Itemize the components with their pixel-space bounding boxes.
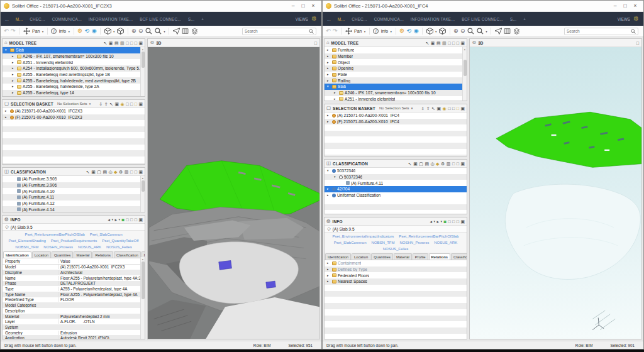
model-tree-row[interactable]: ▸ A255 - Banebelegg, type 1A (3, 90, 145, 96)
property-row[interactable]: Model (A) 215071-00-Aa200-X001_IFC2X3 (3, 265, 145, 270)
model-tree-row[interactable]: ▸ Member (325, 53, 467, 60)
report-icon[interactable]: ▥ (447, 162, 451, 166)
selection-sets-dropdown[interactable]: No Selection Sets (379, 106, 409, 110)
property-set-tab[interactable]: Pset_QuantityTakeOff (102, 238, 138, 244)
expand-caret-icon[interactable]: ▸ (327, 187, 330, 190)
settings-gear-icon[interactable]: ⚙ (633, 16, 639, 22)
maximize-panel-icon[interactable]: □ (314, 41, 317, 45)
ribbon-tab[interactable]: INFORMATION TAKE... (89, 17, 133, 21)
box1-icon[interactable]: □ (448, 219, 450, 224)
property-set-tab[interactable]: Pset_SlabCommon (334, 239, 367, 246)
expand-caret-icon[interactable]: ▾ (327, 85, 330, 88)
sync-icon[interactable]: ⟲ (407, 28, 412, 34)
model-tree-row[interactable]: ▸ Opening (325, 65, 467, 72)
panel-menu-icon[interactable]: ▣ (460, 41, 465, 45)
info-dropdown-icon[interactable]: ▾ (391, 30, 392, 33)
expand-caret-icon[interactable]: ▾ (5, 48, 8, 52)
highlight-tool-icon[interactable]: ▣ (91, 170, 96, 174)
property-set-tab[interactable]: Pset_SlabCommon (90, 231, 123, 238)
title-bar[interactable]: Solibri Office - 215071-00-Aa200-X001_IF… (1, 1, 321, 12)
active-filter-icon[interactable]: ◆ (436, 162, 439, 166)
expand-caret-icon[interactable]: ▸ (327, 280, 330, 283)
info-tab[interactable]: Profile (413, 253, 428, 260)
export-icon[interactable]: ⇧ (104, 102, 108, 106)
ribbon-tab[interactable]: M... (338, 17, 345, 21)
settings-icon[interactable]: ⚙ (119, 170, 123, 174)
expand-caret-icon[interactable]: ▸ (12, 61, 15, 64)
property-row[interactable]: Material Polyuretan/herdeplast 2 mm (3, 314, 145, 319)
next-icon[interactable]: ▸ (114, 217, 117, 222)
panel-menu-icon[interactable]: ▣ (138, 41, 143, 45)
expand-caret-icon[interactable]: ▸ (327, 268, 330, 271)
expand-caret-icon[interactable]: ▸ (327, 261, 330, 265)
property-set-tab[interactable]: Pset_ReinforcementBarPitchOfSlab (25, 231, 84, 238)
relation-row[interactable]: ▸ Federated Floors (325, 272, 467, 278)
property-row[interactable]: Model Categories (3, 302, 145, 308)
zoom-out-icon[interactable]: ⊖ (138, 28, 143, 34)
model-tree-row[interactable]: ▸ A246 - IFK 107, smøremembran= 100x300 … (3, 53, 145, 60)
info-label[interactable]: Info (381, 29, 388, 33)
relation-row[interactable]: ▸ Containment (325, 260, 467, 267)
property-set-tab[interactable]: NOSHN_Prosess (43, 244, 73, 250)
model-tree-row[interactable]: ▸ A255 - Banebelegg/ sportsgulv, trening… (3, 96, 145, 97)
undo-icon[interactable]: ↶ (4, 28, 9, 34)
zoom-fit-icon[interactable] (145, 28, 152, 35)
hide-tool-icon[interactable]: ▥ (120, 41, 125, 45)
layers-icon[interactable] (191, 28, 198, 35)
search-input[interactable] (245, 29, 309, 33)
model-tree-row[interactable]: ▾ Slab (325, 84, 467, 90)
property-set-tab[interactable]: Pset_ProductRequirements (51, 238, 97, 244)
show-tool-icon[interactable]: ▤ (436, 41, 441, 45)
ribbon-tab[interactable]: CHEC... (352, 17, 367, 21)
box3-icon[interactable]: □ (135, 217, 137, 222)
show-selected-icon[interactable]: ◉ (121, 102, 125, 106)
next-icon[interactable]: ▸ (436, 219, 439, 224)
zoom-select-icon[interactable] (477, 28, 484, 35)
expand-caret-icon[interactable]: ▸ (327, 274, 330, 277)
box1-icon[interactable]: □ (452, 162, 455, 166)
info-scrollbar[interactable]: ▴ (140, 257, 145, 339)
zoom-dropdown-icon[interactable]: ▾ (164, 30, 165, 33)
active-filter-icon[interactable]: ◆ (114, 170, 117, 174)
model-tree-row[interactable]: ▸ Furniture (325, 47, 467, 53)
panel-menu-icon[interactable]: ▣ (460, 162, 465, 166)
basket-row[interactable]: ▸ (F) 215071-00-Aa200-X010_IFC2X3 (3, 114, 145, 121)
expand-caret-icon[interactable]: ▸ (12, 55, 15, 58)
expand-caret-icon[interactable]: ▸ (327, 194, 330, 197)
redo-icon[interactable]: ↷ (333, 28, 338, 34)
property-set-tab[interactable]: NOSUS_ARK (78, 244, 101, 250)
settings-orange-gear-icon[interactable]: ⚙ (77, 28, 82, 34)
model-tree-row[interactable]: ▸ Object (325, 59, 467, 65)
box1-icon[interactable]: □ (126, 41, 128, 45)
property-row[interactable]: Type Name Floor:A255 - Polyuretan/herdep… (3, 292, 145, 297)
close-button[interactable]: × (630, 2, 640, 11)
expand-caret-icon[interactable]: ▸ (5, 109, 8, 113)
info-tool-icon[interactable]: i (373, 28, 379, 34)
property-set-tab[interactable]: Pset_ReinforcementBarPitchOfSlab (399, 233, 458, 239)
next-dropdown-icon[interactable]: ▾ (440, 220, 442, 223)
basket-row[interactable]: ▸ (A) 215071-00-Aa200-X001_IFC2X3 (3, 108, 145, 114)
model-tree-row[interactable]: ▸ A255 - Banebelegg, halvledende, type 2… (3, 84, 145, 90)
info-label[interactable]: Info (59, 29, 66, 33)
property-set-tab[interactable]: NOSHN_Prosess (400, 239, 430, 246)
expand-caret-icon[interactable]: ▸ (334, 97, 337, 101)
import-icon[interactable]: ⇩ (99, 102, 103, 106)
maximize-button[interactable]: □ (298, 2, 308, 11)
prev-dropdown-icon[interactable]: ▾ (433, 220, 435, 223)
property-row[interactable]: System (3, 324, 145, 330)
panel-menu-icon[interactable]: ▣ (138, 217, 143, 222)
property-row[interactable]: Phase DETALJPROSJEKT (3, 281, 145, 287)
box2-icon[interactable]: □ (452, 219, 455, 224)
box3-icon[interactable]: □ (135, 41, 137, 45)
hide-tool-icon[interactable]: ▥ (442, 41, 447, 45)
model-tree-row[interactable]: ▸ A251 - Innvendig elefantrist (3, 59, 145, 65)
expand-caret-icon[interactable]: ▸ (327, 67, 330, 70)
new-icon[interactable]: ▢ (419, 162, 423, 166)
search-input[interactable] (567, 29, 631, 33)
info-tab[interactable]: Identification (3, 251, 31, 258)
property-row[interactable]: Description (3, 308, 145, 314)
expand-caret-icon[interactable]: ▸ (327, 48, 330, 52)
panel-menu-icon[interactable]: ▣ (138, 170, 143, 174)
box1-icon[interactable]: □ (126, 217, 128, 222)
fly-mode-icon[interactable] (495, 28, 502, 35)
